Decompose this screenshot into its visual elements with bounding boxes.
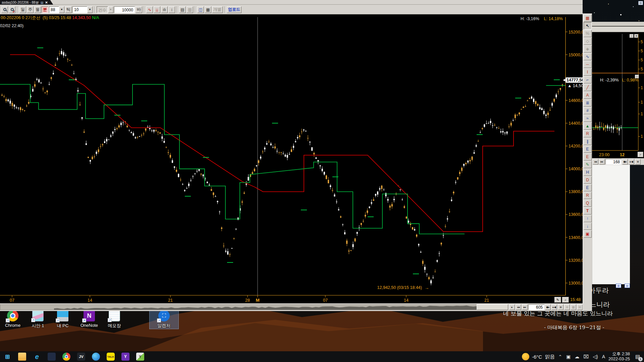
mini-zoom-button[interactable]: ⌕ [638,152,643,157]
chart-zoom-button[interactable]: ⌕ [562,297,569,303]
blue-app-icon[interactable] [89,351,103,362]
ie-icon[interactable]: e [30,351,44,362]
amount-input[interactable] [114,6,135,13]
line-style-icon[interactable]: ∿ [146,6,153,13]
bar-chart-icon[interactable]: ılı [161,6,168,13]
nav-button-0[interactable]: ◂◂ [593,159,598,165]
nav-button-1[interactable]: ▸▸ [599,159,605,165]
candle-d-tool-icon[interactable]: D [584,176,592,184]
main-chart-svg[interactable]: 15200,0015000,0014600,0014400,0014200,00… [0,14,583,303]
signal-chart-icon[interactable]: ¡¡ [154,6,160,13]
chevron-down-icon[interactable]: ▼ [59,6,64,13]
tray-chevron-icon[interactable]: ⌃ [558,354,562,359]
wave-tool-icon[interactable]: ≈ [584,115,592,122]
tray-network-icon[interactable]: ⌧ [583,354,589,359]
zoom-reset-button[interactable]: ↙ [9,6,15,13]
new-page-icon[interactable]: ▤ [179,6,186,13]
period-value-combo[interactable]: 88 ▼ [49,6,64,13]
step-line-icon[interactable]: ⌐ [584,76,592,83]
notification-center-icon[interactable]: ▤ 1 [633,352,642,361]
candle-h-tool-icon[interactable]: H [584,169,592,176]
fibo-tool-icon[interactable]: R [584,130,592,137]
tray-cloud-icon[interactable]: ☁ [575,354,579,359]
compare-chart-icon[interactable]: ◫ [197,6,204,13]
chevron-down-icon[interactable]: ▼ [87,6,93,13]
mini-bars-count[interactable] [605,159,622,165]
mini-chart-canvas[interactable]: 55551111 ─ ✕ ▫ H: -2,39%L: 0,98% [592,33,644,152]
corner-panel-icon[interactable]: ▤ [638,1,643,5]
panel-mini-icon-1[interactable]: ▥ [616,284,621,288]
nav-zoom-button-2[interactable]: ⊕ [635,159,641,165]
candle-e-tool-icon[interactable]: E [584,184,592,191]
horizontal-line-icon[interactable]: ─ [584,61,592,68]
text-label-icon[interactable]: A [584,92,592,99]
nav-zoom-button-0[interactable]: ◆▸ [545,304,551,310]
panel-mini-icon-2[interactable]: ▤ [625,284,630,288]
tray-ime-icon[interactable]: A [602,354,605,359]
elliott2-tool-icon[interactable]: E [584,153,592,161]
indicator-window-icon[interactable]: ∿ [584,53,592,60]
stop-square-icon[interactable]: ▣ [584,230,592,238]
visible-bars-count[interactable] [528,304,544,310]
zoom-in-button[interactable] [1,6,8,13]
parallel-lines-icon[interactable]: ≣ [584,99,592,107]
cursor-icon[interactable]: ↖ [584,22,592,29]
explorer-icon[interactable] [15,351,30,362]
jv-app-icon[interactable]: JV [74,351,89,362]
arrow-up-icon[interactable]: ↑ [584,215,592,222]
kakaotalk-icon[interactable]: TALK [103,351,118,362]
period-day-button[interactable]: 일 [19,6,26,13]
yz-app-icon[interactable]: Y [133,351,148,362]
weather-widget[interactable]: -6°C 맑음 [522,353,555,360]
y-app-icon[interactable]: Y [118,351,133,362]
nav-button-1[interactable]: ◂◂ [516,304,521,310]
tray-volume-icon[interactable]: ◁) [593,354,598,359]
nav-zoom-button-1[interactable]: ▸◀ [629,159,634,165]
arrow-down-icon[interactable]: ↓ [584,223,592,230]
mini-minimize-icon[interactable]: ─ [630,34,634,38]
desktop-icon-alcapture[interactable]: ⛶↗알캡처 [150,309,178,329]
tab-close-icon[interactable]: ✕ [45,1,48,4]
period-minute-button[interactable]: 분 [42,6,48,13]
dark-app-icon[interactable] [44,351,59,362]
nav-button-2[interactable]: ▸▸ [522,304,528,310]
mini-chart-svg[interactable]: 55551111 [592,33,644,152]
updown-arrows-icon[interactable]: ↕ [168,6,175,13]
compare-candles-icon[interactable]: ▦ [584,14,592,22]
vertical-line-icon[interactable]: I [584,68,592,76]
chart-minimap-scrollbar[interactable] [0,304,507,310]
mini-panel-titlebar[interactable] [592,22,644,26]
chart-canvas[interactable]: 15200,0015000,0014600,0014400,0014200,00… [0,14,583,303]
pattern-tool-icon[interactable]: ▲ [584,122,592,130]
candle-r-tool-icon[interactable]: R [584,192,592,199]
chart-tab[interactable]: asdaq100-202206 - 88분 ▤ ✕ [0,0,53,5]
bar-count-icon[interactable]: # [584,107,592,114]
elliott1-tool-icon[interactable]: E [584,145,592,153]
chrome-icon[interactable] [59,351,74,362]
quote-tool-icon[interactable]: Q [584,199,592,207]
desktop-icon-pc[interactable]: ↗내 PC [48,309,77,329]
period-month-button[interactable]: 월 [34,6,41,13]
trend-line-icon[interactable]: ╱ [584,84,592,91]
period-week-button[interactable]: 주 [27,6,34,13]
text-tool-icon[interactable]: T [584,207,592,215]
tray-capture-icon[interactable]: ▣ [566,354,571,359]
nav-zoom-button-2[interactable]: ⊕ [558,304,564,310]
desktop-icon-notepad[interactable]: ↗메모장 [100,309,129,329]
edit-pencil-button[interactable]: ✎ [554,297,561,303]
taskbar-clock[interactable]: 오후 2:38 2022-03-25 [608,352,630,362]
nav-zoom-button-1[interactable]: ▸◀ [551,304,557,310]
desktop-icon-onenote[interactable]: N↗OneNote [75,309,104,328]
desktop-icon-chrome[interactable]: ↗Chrome [0,309,27,328]
scrollbar-thumb[interactable] [477,304,508,310]
tick-value-combo[interactable]: 10 ▼ [72,6,93,13]
nav-zoom-button-0[interactable]: ◆▸ [622,159,628,165]
upload-button[interactable]: 업로드 [227,6,241,13]
bar-button[interactable]: 바 [136,6,142,13]
mini-close-icon[interactable]: ✕ [634,34,638,38]
start-button[interactable]: ⊞ [0,351,15,362]
brush-tool-icon[interactable]: ✎ [584,161,592,168]
tick-button[interactable]: 틱 [65,6,72,13]
channel-tool-icon[interactable]: ∥ [584,138,592,145]
nav-button-0[interactable]: ▸ [509,304,515,310]
